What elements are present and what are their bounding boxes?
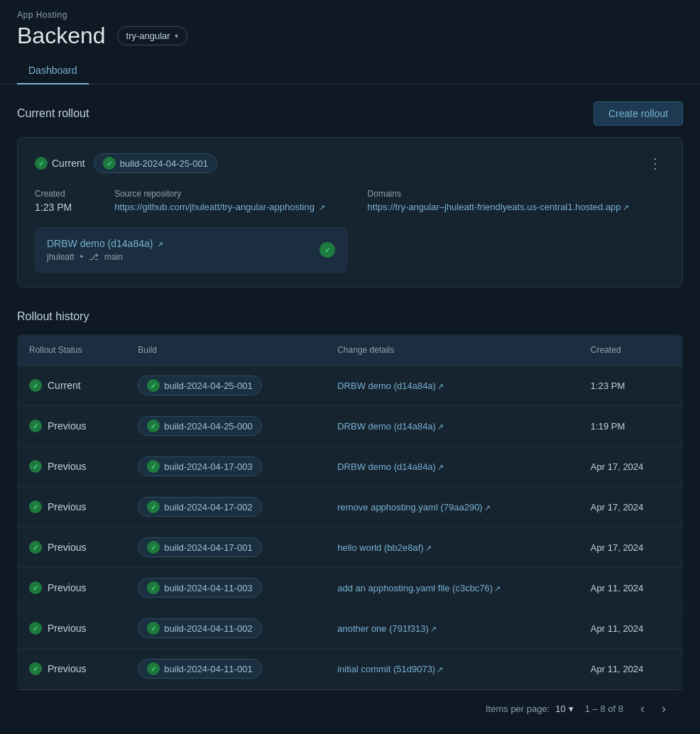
table-row: Previous build-2024-04-11-001 initial co…: [18, 649, 683, 689]
change-details-cell: hello world (bb2e8af)↗: [326, 527, 579, 568]
create-rollout-button[interactable]: Create rollout: [594, 102, 683, 126]
change-external-icon: ↗: [484, 503, 491, 512]
change-details-cell: DRBW demo (d14a84a)↗: [326, 406, 579, 447]
branch-selector[interactable]: try-angular ▾: [117, 26, 187, 45]
change-external-icon: ↗: [437, 463, 444, 471]
more-options-icon[interactable]: ⋮: [645, 152, 665, 175]
table-header: Rollout Status Build Change details Crea…: [18, 335, 683, 366]
backend-row: Backend try-angular ▾: [17, 23, 683, 49]
commit-check-icon: [319, 242, 335, 258]
build-icon: [147, 662, 160, 675]
col-build: Build: [126, 335, 326, 366]
col-change-details: Change details: [326, 335, 579, 366]
source-repo-block: Source repository https://github.com/jhu…: [114, 189, 324, 213]
build-cell: build-2024-04-17-002: [126, 487, 326, 527]
per-page-chevron: ▾: [569, 703, 574, 714]
status-icon: [29, 500, 42, 513]
change-external-icon: ↗: [437, 422, 444, 431]
build-icon: [147, 420, 160, 432]
status-cell: Current: [18, 366, 127, 406]
source-repo-link[interactable]: https://github.com/jhuleatt/try-angular-…: [114, 202, 324, 212]
next-page-button[interactable]: ›: [656, 699, 672, 719]
table-row: Current build-2024-04-25-001 DRBW demo (…: [18, 366, 683, 406]
pagination-row: Items per page: 10 ▾ 1 – 8 of 8 ‹ ›: [17, 689, 683, 728]
build-cell: build-2024-04-17-001: [126, 527, 326, 568]
build-icon: [147, 500, 160, 513]
card-info-row: Created 1:23 PM Source repository https:…: [35, 189, 665, 213]
status-icon: [29, 379, 42, 392]
build-cell: build-2024-04-11-002: [126, 608, 326, 649]
build-cell: build-2024-04-17-003: [126, 447, 326, 487]
domains-block: Domains https://try-angular–jhuleatt-fri…: [368, 189, 629, 213]
tab-dashboard[interactable]: Dashboard: [17, 57, 89, 84]
build-check-icon: [103, 157, 116, 170]
current-rollout-header: Current rollout Create rollout: [17, 102, 683, 126]
change-details-cell: DRBW demo (d14a84a)↗: [326, 447, 579, 487]
status-icon: [29, 460, 42, 473]
change-external-icon: ↗: [425, 544, 432, 552]
build-icon: [147, 622, 160, 635]
change-details-cell: DRBW demo (d14a84a)↗: [326, 366, 579, 406]
build-cell: build-2024-04-25-001: [126, 366, 326, 406]
page-title: Backend: [17, 23, 106, 49]
current-rollout-title: Current rollout: [17, 107, 89, 120]
branch-label: try-angular: [126, 31, 170, 41]
table-row: Previous build-2024-04-17-002 remove app…: [18, 487, 683, 527]
prev-page-button[interactable]: ‹: [635, 699, 650, 719]
change-link[interactable]: initial commit (51d9073)↗: [337, 664, 443, 674]
build-badge: build-2024-04-17-001: [138, 537, 261, 557]
rollout-history-title: Rollout history: [17, 310, 683, 323]
status-cell: Previous: [18, 649, 127, 689]
commit-external-icon: ↗: [157, 240, 163, 248]
table-row: Previous build-2024-04-17-001 hello worl…: [18, 527, 683, 568]
created-cell: 1:23 PM: [579, 366, 683, 406]
change-link[interactable]: DRBW demo (d14a84a)↗: [337, 421, 444, 432]
col-rollout-status: Rollout Status: [18, 335, 127, 366]
change-external-icon: ↗: [494, 584, 501, 593]
app-hosting-label: App Hosting: [17, 10, 683, 20]
build-badge: build-2024-04-25-000: [138, 416, 261, 436]
build-badge: build-2024-04-11-001: [138, 659, 261, 679]
change-external-icon: ↗: [437, 665, 443, 674]
external-link-icon: ↗: [319, 203, 325, 212]
build-icon: [147, 541, 160, 554]
change-link[interactable]: DRBW demo (d14a84a)↗: [337, 380, 444, 391]
table-row: Previous build-2024-04-11-003 add an app…: [18, 568, 683, 608]
created-cell: Apr 17, 2024: [579, 447, 683, 487]
build-badge: build-2024-04-11-003: [138, 578, 261, 598]
created-block: Created 1:23 PM: [35, 189, 72, 213]
build-icon: [147, 581, 160, 594]
top-bar: App Hosting Backend try-angular ▾ Dashbo…: [0, 0, 700, 84]
status-icon: [29, 662, 42, 675]
change-details-cell: another one (791f313)↗: [326, 608, 579, 649]
status-cell: Previous: [18, 447, 127, 487]
build-badge: build-2024-04-17-003: [138, 456, 261, 476]
status-icon: [29, 622, 42, 635]
table-row: Previous build-2024-04-17-003 DRBW demo …: [18, 447, 683, 487]
build-badge: build-2024-04-11-002: [138, 618, 261, 638]
current-status-badge: Current: [35, 157, 85, 170]
status-cell: Previous: [18, 608, 127, 649]
current-rollout-card: Current build-2024-04-25-001 ⋮ Created 1…: [17, 137, 683, 287]
domain-link[interactable]: https://try-angular–jhuleatt-friendlyeat…: [368, 202, 629, 212]
created-cell: 1:19 PM: [579, 406, 683, 447]
change-link[interactable]: DRBW demo (d14a84a)↗: [337, 461, 444, 472]
external-link-icon-domain: ↗: [623, 203, 629, 212]
status-icon: [29, 581, 42, 594]
current-build-badge: build-2024-04-25-001: [94, 153, 217, 173]
commit-link[interactable]: DRBW demo (d14a84a) ↗: [47, 238, 163, 249]
status-icon: [29, 541, 42, 554]
build-badge: build-2024-04-25-001: [138, 376, 261, 395]
status-cell: Previous: [18, 568, 127, 608]
change-link[interactable]: add an apphosting.yaml file (c3cbc76)↗: [337, 583, 501, 593]
col-created: Created: [579, 335, 683, 366]
per-page-selector[interactable]: 10 ▾: [555, 703, 573, 714]
build-icon: [147, 379, 160, 392]
branch-icon: ⎇: [89, 252, 99, 262]
created-cell: Apr 11, 2024: [579, 608, 683, 649]
change-link[interactable]: another one (791f313)↗: [337, 623, 437, 634]
change-link[interactable]: hello world (bb2e8af)↗: [337, 542, 431, 553]
change-link[interactable]: remove apphosting.yaml (79aa290)↗: [337, 502, 491, 513]
change-details-cell: remove apphosting.yaml (79aa290)↗: [326, 487, 579, 527]
table-row: Previous build-2024-04-25-000 DRBW demo …: [18, 406, 683, 447]
